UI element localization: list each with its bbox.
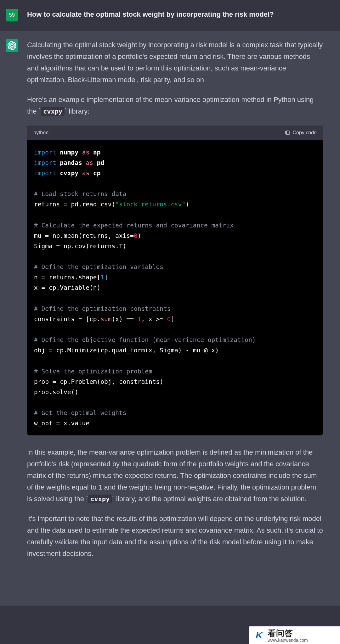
assistant-message-row: Calculating the optimal stock weight by …	[0, 31, 340, 606]
clipboard-icon	[285, 130, 290, 136]
p3-post: library, and the optimal weights are obt…	[114, 495, 307, 503]
watermark-overlay: K 看问答 www.kanwenda.com	[249, 626, 340, 644]
user-message-row: 59 How to calculate the optimal stock we…	[0, 0, 340, 31]
inline-code-cvxpy-2: cvxpy	[88, 495, 112, 503]
p2-post: library:	[67, 107, 89, 115]
copy-code-button[interactable]: Copy code	[285, 129, 317, 137]
inline-code-cvxpy-1: cvxpy	[41, 107, 65, 116]
code-language-label: python	[33, 129, 48, 137]
code-block: python Copy code import numpy as np impo…	[27, 126, 323, 436]
assistant-paragraph-1: Calculating the optimal stock weight by …	[27, 39, 323, 86]
assistant-paragraph-2: Here's an example implementation of the …	[27, 94, 323, 117]
user-avatar-col: 59	[6, 9, 18, 21]
watermark-title: 看问答	[268, 629, 308, 638]
svg-rect-0	[286, 131, 289, 135]
assistant-message-content: Calculating the optimal stock weight by …	[27, 39, 323, 568]
user-avatar: 59	[6, 9, 18, 21]
user-avatar-label: 59	[9, 12, 15, 18]
watermark-text: 看问答 www.kanwenda.com	[268, 629, 308, 643]
code-body[interactable]: import numpy as np import pandas as pd i…	[27, 140, 323, 436]
watermark-logo-icon: K	[254, 630, 264, 640]
watermark-url: www.kanwenda.com	[268, 638, 308, 643]
assistant-paragraph-3: In this example, the mean-variance optim…	[27, 447, 323, 505]
openai-logo-icon	[8, 41, 16, 50]
code-header: python Copy code	[27, 126, 323, 140]
assistant-paragraph-4: It's important to note that the results …	[27, 513, 323, 560]
assistant-avatar-col	[6, 39, 18, 568]
copy-code-label: Copy code	[293, 129, 317, 137]
user-message-text: How to calculate the optimal stock weigh…	[27, 9, 323, 21]
assistant-avatar	[6, 39, 18, 52]
